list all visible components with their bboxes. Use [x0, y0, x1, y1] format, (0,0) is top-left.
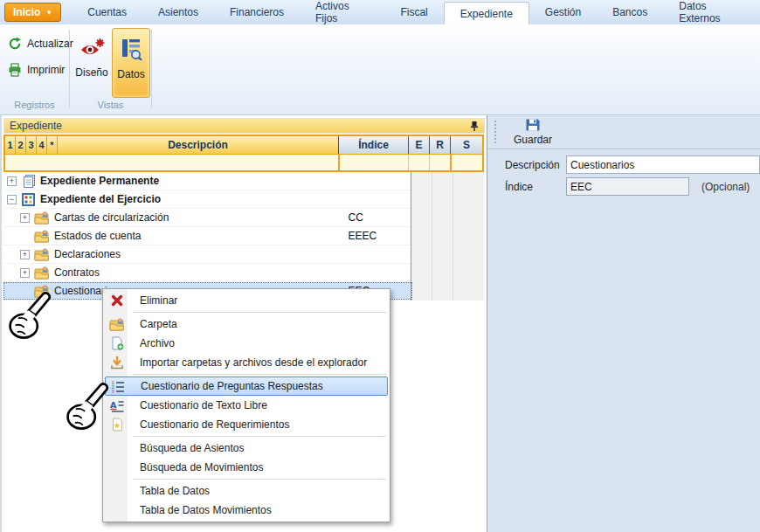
- tab-bancos[interactable]: Bancos: [597, 0, 663, 24]
- table-row-declaraciones[interactable]: + Declaraciones: [3, 245, 484, 264]
- guardar-button[interactable]: Guardar: [507, 117, 559, 147]
- menu-item-cuestionario-requerimientos[interactable]: ★ Cuestionario de Requerimientos: [103, 415, 390, 434]
- menu-item-tabla-de-datos-movimientos[interactable]: Tabla de Datos Movimientos: [103, 501, 390, 520]
- menu-item-importar[interactable]: Importar carpetas y archivos desde el ex…: [103, 353, 390, 372]
- imprimir-button[interactable]: Imprimir: [5, 61, 67, 79]
- group-label-registros: Registros: [0, 100, 69, 110]
- import-download-icon: [108, 356, 126, 370]
- tab-datos-externos[interactable]: Datos Externos: [663, 0, 760, 24]
- grid-header: 1 2 3 4 * Descripción Índice E R S: [3, 135, 484, 172]
- star-file-icon: ★: [108, 418, 126, 432]
- menu-separator: [133, 312, 386, 313]
- menu-item-tabla-de-datos[interactable]: Tabla de Datos: [103, 481, 390, 501]
- column-level-3[interactable]: 3: [26, 136, 37, 154]
- menu-item-busqueda-movimientos[interactable]: Búsqueda de Movimientos: [103, 458, 390, 477]
- tree-item-label: Cartas de circularización: [54, 211, 169, 224]
- actualizar-button[interactable]: Actualizar: [5, 35, 76, 52]
- column-e[interactable]: E: [408, 136, 429, 154]
- datos-button[interactable]: Datos: [112, 28, 150, 98]
- toolbar-drag-handle[interactable]: [494, 121, 496, 143]
- expander-plus-icon[interactable]: +: [20, 268, 30, 278]
- tree-item-label: Expediente del Ejercicio: [40, 193, 161, 205]
- tree-item-label: Declaraciones: [54, 248, 121, 260]
- menu-item-busqueda-asientos[interactable]: Búsqueda de Asientos: [103, 439, 390, 458]
- refresh-icon: [8, 37, 22, 51]
- app-menu-button[interactable]: Inicio ▼: [4, 3, 61, 22]
- tab-activos-fijos[interactable]: Activos Fijos: [300, 0, 384, 24]
- expediente-panel-header: Expediente: [3, 118, 485, 134]
- eye-design-icon: [79, 38, 105, 59]
- menu-separator: [133, 374, 386, 375]
- filter-s[interactable]: [450, 155, 482, 170]
- expander-plus-icon[interactable]: +: [20, 213, 30, 223]
- data-view-icon: [120, 38, 142, 60]
- indice-field[interactable]: EEC: [566, 177, 689, 196]
- free-text-icon: A: [108, 399, 126, 412]
- ribbon: Actualizar Imprimir Registros: [0, 24, 760, 115]
- expander-minus-icon[interactable]: −: [7, 195, 17, 204]
- descripcion-label: Descripción: [505, 159, 566, 171]
- column-indice[interactable]: Índice: [338, 136, 408, 154]
- menu-item-carpeta[interactable]: Carpeta: [103, 314, 390, 334]
- menu-item-archivo[interactable]: Archivo: [103, 334, 390, 353]
- filter-e[interactable]: [408, 155, 429, 170]
- column-s[interactable]: S: [450, 136, 482, 154]
- menu-separator: [133, 479, 386, 480]
- detail-toolbar: Guardar: [487, 115, 760, 149]
- numbered-list-icon: 1 2 3: [109, 380, 127, 393]
- folder-user-icon: [34, 285, 50, 298]
- menu-item-cuestionario-texto-libre[interactable]: A Cuestionario de Texto Libre: [103, 396, 390, 415]
- folder-user-icon: [34, 211, 50, 225]
- filter-indice[interactable]: [338, 155, 408, 170]
- diseno-button[interactable]: Diseño: [73, 28, 111, 98]
- menu-tabbar: Inicio ▼ Cuentas Asientos Financieros Ac…: [0, 0, 760, 24]
- detail-form: Descripción Cuestionarios Índice EEC (Op…: [487, 155, 760, 199]
- opcional-hint: (Opcional): [701, 181, 750, 193]
- column-level-1[interactable]: 1: [5, 136, 16, 154]
- tree-grid: + Expediente Permanente −: [3, 172, 484, 301]
- ribbon-separator: [151, 30, 152, 108]
- pin-icon[interactable]: [470, 121, 479, 132]
- menu-item-eliminar[interactable]: Eliminar: [103, 291, 390, 310]
- file-add-icon: [108, 336, 126, 350]
- detail-panel: Guardar Descripción Cuestionarios Índice…: [487, 115, 760, 532]
- expander-plus-icon[interactable]: +: [7, 176, 17, 186]
- tab-fiscal[interactable]: Fiscal: [384, 0, 443, 24]
- menu-separator: [133, 436, 386, 437]
- folder-user-icon: [34, 248, 50, 261]
- tab-financieros[interactable]: Financieros: [214, 0, 300, 24]
- filter-descripcion[interactable]: [5, 155, 338, 170]
- column-r[interactable]: R: [429, 136, 450, 154]
- tree-item-label: Expediente Permanente: [40, 175, 159, 187]
- context-menu: Eliminar Carpeta Archivo: [102, 288, 390, 522]
- folder-user-icon: [34, 266, 50, 280]
- ribbon-separator: [69, 30, 70, 108]
- svg-text:A: A: [110, 399, 117, 409]
- svg-text:3: 3: [112, 389, 114, 393]
- indice-label: Índice: [505, 181, 566, 193]
- filter-r[interactable]: [429, 155, 450, 170]
- printer-icon: [8, 63, 22, 77]
- table-grid-icon: [21, 192, 36, 207]
- descripcion-field[interactable]: Cuestionarios: [566, 155, 760, 174]
- tab-asientos[interactable]: Asientos: [142, 0, 214, 24]
- column-level-4[interactable]: 4: [37, 136, 47, 154]
- tree-item-label: Contratos: [54, 266, 100, 279]
- tab-gestion[interactable]: Gestión: [529, 0, 597, 24]
- tab-cuentas[interactable]: Cuentas: [72, 0, 142, 24]
- column-level-2[interactable]: 2: [16, 136, 26, 154]
- table-row-expediente-permanente[interactable]: + Expediente Permanente: [3, 172, 484, 190]
- panel-title: Expediente: [10, 120, 62, 132]
- svg-text:★: ★: [114, 421, 121, 430]
- expander-plus-icon[interactable]: +: [20, 250, 30, 259]
- table-row-contratos[interactable]: + Contratos: [3, 264, 484, 282]
- column-descripcion[interactable]: Descripción: [58, 136, 338, 154]
- group-label-vistas: Vistas: [70, 100, 151, 110]
- filter-row: [5, 154, 482, 170]
- menu-item-cuestionario-preguntas-respuestas[interactable]: 1 2 3 Cuestionario de Preguntas Respuest…: [105, 377, 388, 396]
- column-level-star[interactable]: *: [47, 136, 58, 154]
- table-row-cartas-de-circularizacion[interactable]: + Cartas de circularización CC: [3, 209, 484, 227]
- table-row-expediente-del-ejercicio[interactable]: − Expediente del Ejercicio: [3, 190, 484, 209]
- tab-expediente[interactable]: Expediente: [444, 2, 529, 24]
- table-row-estados-de-cuenta[interactable]: + Estados de cuenta EEEC: [3, 227, 484, 245]
